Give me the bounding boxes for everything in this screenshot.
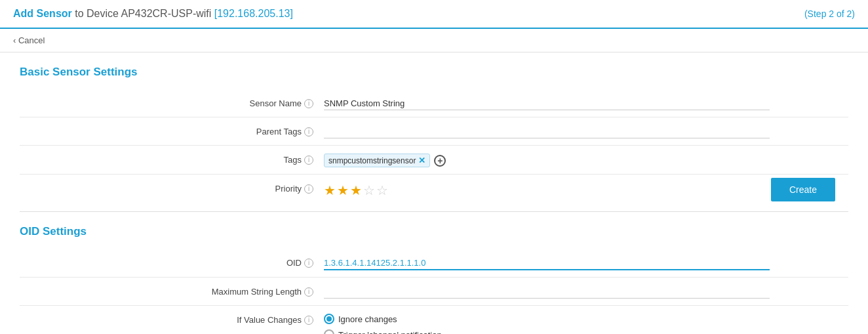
tag-add-button[interactable]: + bbox=[434, 155, 446, 167]
star-5[interactable]: ☆ bbox=[376, 182, 388, 198]
star-3[interactable]: ★ bbox=[350, 182, 362, 198]
tags-control: snmpcustomstringsensor ✕ + bbox=[321, 152, 848, 167]
page-header: Add Sensor to Device AP432CR-USP-wifi [1… bbox=[0, 0, 868, 29]
sensor-name-row: Sensor Name i bbox=[20, 89, 848, 117]
step-indicator: (Step 2 of 2) bbox=[804, 9, 855, 19]
priority-control: ★ ★ ★ ☆ ☆ bbox=[321, 181, 848, 198]
star-2[interactable]: ★ bbox=[337, 182, 349, 198]
basic-sensor-section-title: Basic Sensor Settings bbox=[20, 66, 848, 79]
priority-label: Priority i bbox=[20, 181, 321, 194]
tags-info-icon[interactable]: i bbox=[304, 156, 313, 165]
priority-row: Priority i ★ ★ ★ ☆ ☆ Create bbox=[20, 175, 848, 205]
oid-input[interactable] bbox=[324, 257, 770, 270]
sensor-name-info-icon[interactable]: i bbox=[304, 99, 313, 108]
chevron-left-icon: ‹ bbox=[13, 35, 16, 45]
radio-trigger-notification[interactable]: Trigger 'change' notification bbox=[324, 329, 848, 334]
radio-ignore-label: Ignore changes bbox=[338, 314, 397, 324]
oid-info-icon[interactable]: i bbox=[304, 259, 313, 268]
cancel-link[interactable]: ‹ Cancel bbox=[13, 35, 45, 45]
oid-label: OID i bbox=[20, 255, 321, 268]
star-1[interactable]: ★ bbox=[324, 182, 336, 198]
max-string-length-row: Maximum String Length i bbox=[20, 278, 848, 306]
cancel-label: Cancel bbox=[18, 35, 45, 45]
radio-trigger-label: Trigger 'change' notification bbox=[338, 330, 442, 335]
priority-info-icon[interactable]: i bbox=[304, 184, 313, 194]
sensor-name-control bbox=[321, 96, 848, 110]
create-button[interactable]: Create bbox=[771, 178, 835, 201]
sensor-name-label: Sensor Name i bbox=[20, 96, 321, 108]
tag-remove-icon[interactable]: ✕ bbox=[418, 156, 425, 165]
priority-stars: ★ ★ ★ ☆ ☆ bbox=[324, 182, 848, 198]
oid-settings-section-title: OID Settings bbox=[20, 225, 848, 238]
max-string-length-control bbox=[321, 284, 848, 299]
oid-row: OID i bbox=[20, 249, 848, 278]
tag-item: snmpcustomstringsensor ✕ bbox=[324, 154, 430, 167]
if-value-changes-control: Ignore changes Trigger 'change' notifica… bbox=[321, 312, 848, 334]
if-value-changes-info-icon[interactable]: i bbox=[304, 316, 313, 325]
basic-sensor-section: Basic Sensor Settings Sensor Name i Pare… bbox=[0, 52, 868, 211]
header-device-name: to Device AP432CR-USP-wifi bbox=[72, 8, 214, 19]
max-string-length-input[interactable] bbox=[324, 285, 770, 299]
tag-text: snmpcustomstringsensor bbox=[328, 156, 416, 165]
cancel-bar: ‹ Cancel bbox=[0, 29, 868, 52]
max-string-length-label: Maximum String Length i bbox=[20, 284, 321, 297]
star-4[interactable]: ☆ bbox=[363, 182, 375, 198]
radio-ignore-icon bbox=[324, 314, 334, 324]
if-value-changes-row: If Value Changes i Ignore changes Trigge… bbox=[20, 306, 848, 334]
parent-tags-label: Parent Tags i bbox=[20, 124, 321, 136]
radio-trigger-icon bbox=[324, 329, 334, 334]
parent-tags-info-icon[interactable]: i bbox=[304, 127, 313, 136]
parent-tags-control bbox=[321, 124, 848, 138]
max-string-length-info-icon[interactable]: i bbox=[304, 287, 313, 297]
tags-row: Tags i snmpcustomstringsensor ✕ + bbox=[20, 146, 848, 175]
oid-settings-section: OID Settings OID i Maximum String Length… bbox=[0, 212, 868, 334]
radio-ignore-changes[interactable]: Ignore changes bbox=[324, 314, 848, 324]
tags-label: Tags i bbox=[20, 152, 321, 165]
header-device-ip: [192.168.205.13] bbox=[214, 8, 293, 19]
add-sensor-label: Add Sensor bbox=[13, 8, 72, 19]
sensor-name-input[interactable] bbox=[324, 97, 770, 110]
header-title: Add Sensor to Device AP432CR-USP-wifi [1… bbox=[13, 8, 293, 20]
parent-tags-input[interactable] bbox=[324, 125, 770, 138]
parent-tags-row: Parent Tags i bbox=[20, 117, 848, 146]
radio-group: Ignore changes Trigger 'change' notifica… bbox=[324, 314, 848, 334]
oid-control bbox=[321, 255, 848, 270]
if-value-changes-label: If Value Changes i bbox=[20, 312, 321, 325]
tags-container: snmpcustomstringsensor ✕ + bbox=[324, 154, 848, 167]
